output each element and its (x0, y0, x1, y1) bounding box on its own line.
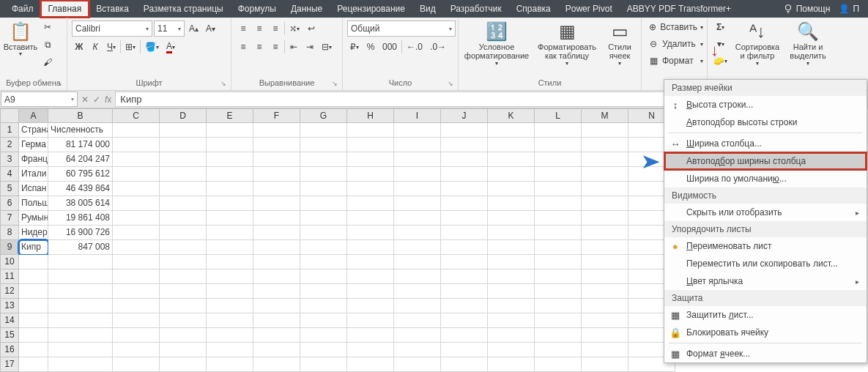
cell[interactable] (207, 226, 253, 240)
cell[interactable] (113, 211, 160, 226)
cancel-icon[interactable]: ✕ (81, 94, 89, 105)
cell[interactable] (394, 313, 441, 328)
cell[interactable] (300, 255, 347, 269)
cell[interactable]: 16 900 726 (48, 226, 113, 240)
cell[interactable] (19, 299, 48, 313)
decrease-decimal-button[interactable]: .0→ (427, 39, 449, 55)
cell[interactable] (207, 138, 253, 152)
cell[interactable] (253, 152, 300, 167)
cell[interactable] (113, 123, 160, 138)
cell[interactable] (535, 299, 582, 313)
cell[interactable] (488, 269, 535, 284)
cell[interactable] (535, 357, 582, 372)
cell[interactable] (582, 196, 628, 211)
cell[interactable] (441, 182, 488, 196)
copy-button[interactable]: ⧉ (40, 37, 55, 53)
row-header[interactable]: 1 (0, 123, 19, 138)
cell[interactable] (441, 299, 488, 313)
row-header[interactable]: 3 (0, 152, 19, 167)
border-button[interactable]: ⊞ ▾ (122, 39, 138, 55)
cell[interactable] (535, 328, 582, 343)
cell[interactable] (394, 152, 441, 167)
cell[interactable] (394, 343, 441, 357)
cell[interactable] (488, 152, 535, 167)
comma-button[interactable]: 000 (379, 39, 400, 55)
cell[interactable] (582, 343, 628, 357)
row-header[interactable]: 17 (0, 357, 19, 372)
cell[interactable] (441, 255, 488, 269)
cell[interactable] (207, 299, 253, 313)
dialog-launcher-icon[interactable]: ↘ (448, 80, 453, 87)
cell[interactable] (441, 343, 488, 357)
increase-font-button[interactable]: A▴ (186, 21, 201, 37)
cell[interactable] (441, 240, 488, 255)
cell[interactable] (582, 240, 628, 255)
cell[interactable] (488, 182, 535, 196)
row-header[interactable]: 12 (0, 284, 19, 299)
cell[interactable] (207, 182, 253, 196)
menu-autofit-column-width[interactable]: Автоподбор ширины столбца (664, 152, 867, 170)
cell[interactable]: 46 439 864 (48, 182, 113, 196)
cell[interactable] (253, 299, 300, 313)
dialog-launcher-icon[interactable]: ↘ (220, 80, 226, 87)
row-header[interactable]: 13 (0, 299, 19, 313)
cell[interactable]: Польш (19, 196, 48, 211)
cell[interactable]: Численность (48, 123, 113, 138)
column-header[interactable]: J (441, 108, 488, 123)
row-header[interactable]: 8 (0, 226, 19, 240)
cell[interactable] (253, 255, 300, 269)
increase-indent-button[interactable]: ⇥ (303, 39, 317, 55)
cell[interactable] (394, 167, 441, 182)
number-format-select[interactable]: Общий▾ (347, 21, 456, 37)
column-header[interactable]: C (113, 108, 160, 123)
cell[interactable] (160, 167, 207, 182)
cell[interactable] (160, 313, 207, 328)
tab-data[interactable]: Данные (283, 1, 330, 17)
cell[interactable] (253, 138, 300, 152)
cell[interactable] (394, 299, 441, 313)
cell[interactable] (535, 269, 582, 284)
cell[interactable]: Кипр (19, 240, 48, 255)
cell[interactable] (300, 123, 347, 138)
cell[interactable]: Румын (19, 211, 48, 226)
tell-me[interactable]: Помощн (779, 4, 835, 14)
column-header[interactable]: F (253, 108, 300, 123)
cell[interactable] (488, 313, 535, 328)
cell[interactable] (394, 240, 441, 255)
cell[interactable]: Итали (19, 167, 48, 182)
tab-view[interactable]: Вид (412, 1, 443, 17)
cell[interactable] (582, 123, 628, 138)
cell[interactable] (113, 152, 160, 167)
tab-home[interactable]: Главная (41, 1, 89, 17)
row-header[interactable]: 9 (0, 240, 19, 255)
tab-help[interactable]: Справка (509, 1, 558, 17)
cell[interactable] (113, 299, 160, 313)
cell[interactable] (347, 240, 394, 255)
enter-icon[interactable]: ✓ (93, 94, 100, 105)
cell[interactable] (582, 211, 628, 226)
cell[interactable] (535, 167, 582, 182)
cell[interactable] (488, 343, 535, 357)
cell[interactable] (207, 152, 253, 167)
cell[interactable] (113, 284, 160, 299)
italic-button[interactable]: К (88, 39, 103, 55)
cell[interactable] (113, 357, 160, 372)
cell[interactable] (441, 123, 488, 138)
cell[interactable] (488, 357, 535, 372)
cell[interactable] (253, 182, 300, 196)
cell[interactable] (19, 357, 48, 372)
name-box[interactable]: A9▾ (1, 92, 78, 107)
cell[interactable] (113, 196, 160, 211)
cell[interactable] (160, 123, 207, 138)
cell[interactable] (48, 328, 113, 343)
cell[interactable] (582, 138, 628, 152)
cell[interactable] (300, 313, 347, 328)
align-top-button[interactable]: ≡ (236, 21, 251, 37)
cell[interactable] (347, 357, 394, 372)
cell[interactable]: 60 795 612 (48, 167, 113, 182)
cell[interactable] (441, 138, 488, 152)
cell[interactable] (160, 255, 207, 269)
cell[interactable] (300, 152, 347, 167)
cell[interactable] (300, 357, 347, 372)
decrease-indent-button[interactable]: ⇤ (286, 39, 301, 55)
